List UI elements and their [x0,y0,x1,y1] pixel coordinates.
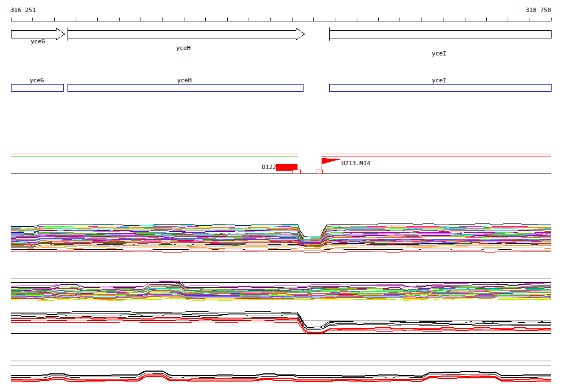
probe-flag-U213.M14[interactable] [322,158,341,164]
gene-arrow-yceI[interactable] [329,30,551,38]
gene-arrow-label-yceG: yceG [31,38,46,44]
signal-line [11,249,551,250]
signal-track-all-samples [11,223,551,252]
tracks-canvas [0,0,562,392]
gene-box-yceI[interactable] [329,84,551,91]
gene-arrow-track [11,27,551,41]
signal-track-summary-3 [11,311,551,334]
signal-line [11,247,551,248]
gene-arrow-label-yceH: yceH [176,45,191,51]
gene-arrow-yceH[interactable] [68,28,305,40]
signal-track-band-2 [11,278,551,300]
signal-track-summary-4 [11,361,551,382]
gene-box-yceH[interactable] [68,84,303,91]
probe-label-D122: D122 [262,164,277,170]
gene-box-label-yceI: yceI [432,77,447,83]
signal-line [11,377,551,382]
gene-box-label-yceG: yceG [30,77,44,83]
probe-track [11,154,551,173]
probe-anchor-D122[interactable] [293,170,300,173]
probe-anchor-U213.M14[interactable] [317,170,322,173]
genome-browser-view: 316 251 318 750 yceGyceHyceIyceGyceHyceI… [0,0,562,392]
gene-box-yceG[interactable] [11,84,63,91]
gene-box-label-yceH: yceH [177,77,192,83]
coordinate-ruler [11,18,551,21]
gene-arrow-label-yceI: yceI [432,51,447,57]
signal-line [11,251,551,252]
probe-label-U213.M14: U213.M14 [341,160,370,166]
gene-box-track [11,84,551,91]
